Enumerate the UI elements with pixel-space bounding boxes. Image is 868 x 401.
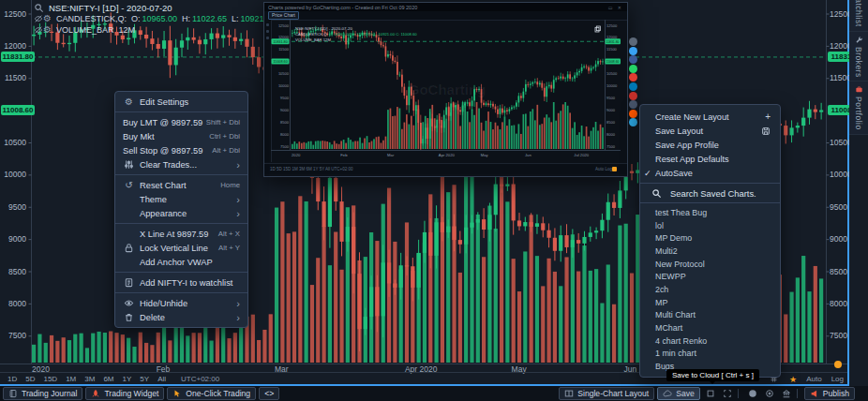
preview-header-icons: ▭ ✕ <box>608 5 623 10</box>
study-settings-gear-icon[interactable]: ⚙ <box>43 14 52 23</box>
delete-menu-item[interactable]: Delete› <box>115 310 247 324</box>
timeframe-all-button[interactable]: All <box>157 375 166 383</box>
x-line-at-9897-59-menu-item[interactable]: X Line At 9897.59Alt + X <box>115 227 247 241</box>
saved-chart-new-protocol[interactable]: New Protocol <box>640 258 780 271</box>
camera-icon[interactable] <box>746 388 759 399</box>
sidebar-tab-brokers[interactable]: Brokers <box>849 32 868 82</box>
hide-unhide-menu-item[interactable]: Hide/Unhide› <box>115 296 247 310</box>
add-nifty-i-to-watchlist-menu-item[interactable]: Add NIFTY-I to watchlist <box>115 275 247 290</box>
reset-chart-menu-item[interactable]: ↺Reset ChartHome <box>115 178 247 192</box>
one-click-trading-button[interactable]: One-Click Trading <box>167 387 256 400</box>
svg-text:10000: 10000 <box>606 83 618 88</box>
timeframe-5d-button[interactable]: 5D <box>25 375 35 383</box>
lock-vertical-line-menu-item[interactable]: Lock Vertical LineAlt + Y <box>115 241 247 255</box>
saved-chart-multi2[interactable]: Multi2 <box>640 245 780 258</box>
buy-lmt-9897-59-menu-item[interactable]: Buy LMT @ 9897.59Shift + Dbl <box>115 115 247 129</box>
price-tick-11500: 11500 <box>2 74 26 82</box>
menu-item-label: Buy Mkt <box>123 132 155 141</box>
add-anchor-vwap-menu-item[interactable]: Add Anchor VWAP <box>115 255 247 269</box>
share-pinterest-icon[interactable] <box>629 73 637 82</box>
share-linkedin-icon[interactable] <box>629 82 637 91</box>
share-twitter-icon[interactable] <box>629 47 637 55</box>
saved-chart-lol[interactable]: lol <box>640 219 780 232</box>
save-button[interactable]: Save <box>657 387 700 400</box>
svg-text:10000: 10000 <box>278 83 290 88</box>
saved-chart-test-thea-bug[interactable]: test Thea Bug <box>640 206 780 219</box>
single-chart-layout-button[interactable]: Single-Chart Layout <box>559 387 654 400</box>
buy-mkt-menu-item[interactable]: Buy MktCtrl + Dbl <box>115 129 247 143</box>
price-tick-10500: 10500 <box>2 139 26 147</box>
share-reddit-icon[interactable] <box>629 110 637 118</box>
expand-icon[interactable] <box>721 388 734 399</box>
save-layout-menu-item[interactable]: Save Layout <box>640 124 780 138</box>
hide-study-icon[interactable] <box>34 14 43 23</box>
timeframe-3m-button[interactable]: 3M <box>84 375 95 383</box>
sidebar-tab-portfolio[interactable]: Portfolio <box>849 82 868 135</box>
share-email-icon[interactable] <box>629 100 637 109</box>
timeframe-5y-button[interactable]: 5Y <box>140 375 149 383</box>
publish-button[interactable]: Publish <box>804 387 855 400</box>
clear-trades-menu-item[interactable]: Clear Trades...› <box>115 157 247 171</box>
price-level-badge: 11831.80 <box>1 52 35 62</box>
saved-chart-4-chart-renko[interactable]: 4 chart Renko <box>640 334 780 348</box>
bank-icon[interactable] <box>780 388 793 399</box>
timeframe-1y-button[interactable]: 1Y <box>123 375 132 383</box>
timeframe-1d-button[interactable]: 1D <box>7 375 17 383</box>
share-more-icon[interactable] <box>629 37 637 46</box>
saved-chart-mchart[interactable]: MChart <box>640 321 780 334</box>
create-new-layout-menu-item[interactable]: Create New Layout+ <box>640 110 780 124</box>
journal-icon <box>8 389 18 398</box>
notification-dot <box>834 361 842 368</box>
svg-text:Apr 2020: Apr 2020 <box>439 153 456 157</box>
edit-settings-menu-item[interactable]: ⚙Edit Settings <box>115 95 247 109</box>
menu-item-label: Clear Trades... <box>140 160 197 170</box>
hide-volume-icon[interactable] <box>34 25 43 35</box>
timeframe-6m-button[interactable]: 6M <box>103 375 113 383</box>
button-label: Save <box>676 389 695 398</box>
theme-menu-item[interactable]: Theme› <box>115 192 247 206</box>
eye-icon <box>123 298 135 308</box>
square-icon[interactable] <box>704 388 717 399</box>
volume-settings-gear-icon[interactable]: ⚙ <box>43 25 52 35</box>
search-saved-charts-input[interactable]: Search Saved Charts. <box>640 183 780 203</box>
saved-chart-multi-chart[interactable]: Multi Chart <box>640 309 780 322</box>
saved-chart-1-min-chart[interactable]: 1 min chart <box>640 348 780 361</box>
saved-chart-mp-demo[interactable]: MP Demo <box>640 231 780 245</box>
save-app-profile-menu-item[interactable]: Save App Profile <box>640 138 780 152</box>
timezone-label[interactable]: UTC+02:00 <box>181 375 219 383</box>
saved-chart-mp[interactable]: MP <box>640 296 780 309</box>
search-icon <box>651 188 662 199</box>
price-tick-9500: 9500 <box>830 203 847 212</box>
study-name: CANDLESTICK,Q: <box>56 14 127 23</box>
favorite-star-icon[interactable]: ★ <box>789 375 797 384</box>
copy-image-icon[interactable] <box>594 25 602 35</box>
preview-mini-chart: 1250012500120001200011500115001050010500… <box>271 20 621 162</box>
timeframe-1m-button[interactable]: 1M <box>66 375 76 383</box>
button-label: Publish <box>823 389 849 398</box>
price-tick-8500: 8500 <box>830 268 847 276</box>
symbol-search-icon[interactable] <box>34 3 44 13</box>
reset-app-defaults-menu-item[interactable]: Reset App Defaults <box>640 152 780 166</box>
-button[interactable]: <> <box>259 387 279 400</box>
share-whatsapp-icon[interactable] <box>629 65 637 73</box>
rocket-icon <box>91 389 100 398</box>
sidebar-tab-watchlist[interactable]: Watchlist <box>849 0 868 32</box>
hand-icon <box>172 389 182 398</box>
appearance-menu-item[interactable]: Appearance› <box>115 206 247 220</box>
share-telegram-icon[interactable] <box>629 118 637 126</box>
svg-text:8500: 8500 <box>280 120 290 125</box>
share-facebook-icon[interactable] <box>629 55 637 64</box>
log-scale-toggle[interactable]: Log <box>831 375 844 383</box>
timeframe-15d-button[interactable]: 15D <box>43 375 57 383</box>
trading-widget-button[interactable]: Trading Widget <box>85 387 164 400</box>
svg-text:7500: 7500 <box>606 144 616 149</box>
saved-chart-2ch[interactable]: 2ch <box>640 283 780 296</box>
sell-stop-9897-59-menu-item[interactable]: Sell Stop @ 9897.59Alt + Dbl <box>115 143 247 157</box>
trading-journal-button[interactable]: Trading Journal <box>3 387 82 400</box>
auto-scale-toggle[interactable]: Auto <box>806 375 821 383</box>
target-icon[interactable] <box>763 388 776 399</box>
share-youtube-icon[interactable] <box>629 92 637 100</box>
saved-chart-newpp[interactable]: NEWPP <box>640 270 780 283</box>
autosave-menu-item[interactable]: ✓AutoSave <box>640 166 780 180</box>
svg-text:9500: 9500 <box>280 96 290 100</box>
